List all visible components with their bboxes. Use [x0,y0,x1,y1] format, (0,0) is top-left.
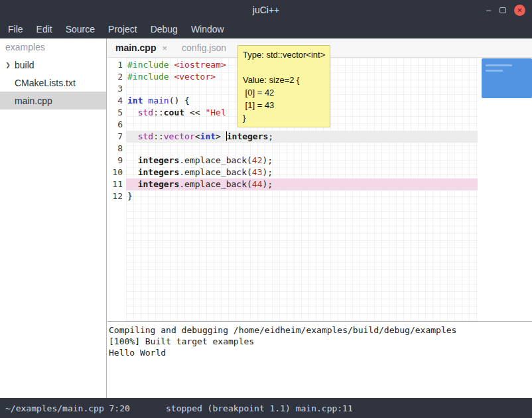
code-line-12[interactable]: } [126,190,478,202]
title-bar: juCi++ − ✕ [0,0,532,20]
code-segment: <vector> [174,72,216,82]
code-segment: #include [127,72,169,82]
code-segment: .emplace_back( [179,167,252,177]
code-segment: std [138,107,153,117]
line-number: 10 [107,167,126,178]
line-number: 7 [107,131,126,143]
code-line-7[interactable]: std::vector<int> integers; [126,131,478,143]
code-segment: integers [227,131,269,141]
tab-label: config.json [182,42,226,53]
line-number: 4 [107,95,126,107]
line-number: 9 [107,155,126,167]
debug-value-tooltip: Type: std::vector<int> Value: size=2 { [… [237,45,330,127]
code-segment: < [195,131,200,141]
code-segment: > [216,131,226,141]
menu-item-file[interactable]: File [1,24,30,35]
output-line: [100%] Built target examples [109,336,532,347]
tooltip-line [243,61,325,74]
code-segment: int [200,131,216,141]
code-segment: integers [138,167,180,177]
code-segment [127,167,138,177]
close-button[interactable]: ✕ [514,5,525,16]
tooltip-line: Value: size=2 { [243,74,325,86]
code-segment: 42 [252,155,263,165]
code-segment [127,155,138,165]
line-number: 3 [107,83,126,95]
tab-config-json[interactable]: config.json [182,42,226,53]
code-segment: :: [153,131,164,141]
code-segment: ; [268,131,273,141]
line-number: 11 [107,178,126,190]
cursor-position: ~/examples/main.cpp 7:20 [5,403,130,413]
code-segment: :: [153,107,164,117]
editor-overview-thumbnail[interactable] [482,58,532,98]
menu-bar: FileEditSourceProjectDebugWindow [0,20,532,38]
file-explorer: examples ❯buildCMakeLists.txtmain.cpp [0,38,106,398]
code-segment: int [127,96,143,105]
code-segment: ); [263,179,273,189]
line-number: 1 [107,59,126,71]
code-segment: 43 [252,167,263,177]
code-segment: main [148,96,168,105]
tooltip-line: [1] = 43 [243,99,325,111]
tab-label: main.cpp [115,42,156,53]
window-controls: − ✕ [486,0,525,20]
project-name[interactable]: examples [0,38,106,56]
code-segment: .emplace_back( [179,155,252,165]
code-segment: ); [263,167,273,177]
code-segment [127,107,138,117]
chevron-right-icon[interactable]: ❯ [3,62,13,68]
tooltip-line: [0] = 42 [243,86,325,99]
code-line-10[interactable]: integers.emplace_back(43); [126,167,478,178]
close-tab-icon[interactable]: × [162,43,167,53]
menu-item-source[interactable]: Source [59,24,101,35]
file-label: main.cpp [13,96,52,106]
debug-status: stopped (breakpoint 1.1) main.cpp:11 [166,403,353,413]
code-segment: <iostream> [174,60,226,70]
menu-item-debug[interactable]: Debug [144,24,184,35]
line-number-gutter: 123456789101112 [107,59,126,321]
code-segment: } [127,191,133,201]
code-line-8[interactable] [126,143,478,155]
menu-item-window[interactable]: Window [184,24,231,35]
code-segment: "Hel [205,107,226,117]
code-segment: integers [138,179,180,189]
menu-item-edit[interactable]: Edit [30,24,59,35]
code-line-11[interactable]: integers.emplace_back(44); [126,178,478,190]
code-segment: ); [263,155,273,165]
output-line: Hello World [109,347,532,358]
code-segment [127,131,138,141]
line-number: 5 [107,107,126,119]
tooltip-line: Type: std::vector<int> [243,48,325,61]
thumbnail-line [486,64,512,66]
code-segment: std [138,131,153,141]
window-title: juCi++ [253,5,279,15]
output-line: Compiling and debugging /home/eidheim/ex… [109,324,532,336]
code-segment: << [184,107,205,117]
code-segment: .emplace_back( [179,179,252,189]
code-segment: #include [127,60,169,70]
maximize-icon[interactable] [499,7,506,13]
code-line-9[interactable]: integers.emplace_back(42); [126,155,478,167]
thumbnail-line [486,70,503,72]
status-bar: ~/examples/main.cpp 7:20 stopped (breakp… [0,398,532,418]
code-segment: vector [164,131,195,141]
file-label: build [13,60,34,70]
line-number: 12 [107,190,126,202]
code-segment: cout [164,107,184,117]
menu-item-project[interactable]: Project [101,24,144,35]
sidebar-item-main-cpp[interactable]: main.cpp [0,92,106,109]
line-number: 8 [107,143,126,155]
sidebar-item-build[interactable]: ❯build [0,56,106,74]
output-panel[interactable]: Compiling and debugging /home/eidheim/ex… [107,322,532,398]
app-window: juCi++ − ✕ FileEditSourceProjectDebugWin… [0,0,532,418]
code-segment: 44 [252,179,263,189]
minimize-button[interactable]: − [486,5,492,15]
file-label: CMakeLists.txt [13,78,76,88]
tab-main-cpp[interactable]: main.cpp× [115,42,167,53]
code-segment: integers [138,155,180,165]
sidebar-item-cmakelists-txt[interactable]: CMakeLists.txt [0,74,106,92]
code-segment: () { [169,96,190,105]
code-segment [127,179,138,189]
file-tree: ❯buildCMakeLists.txtmain.cpp [0,56,106,109]
